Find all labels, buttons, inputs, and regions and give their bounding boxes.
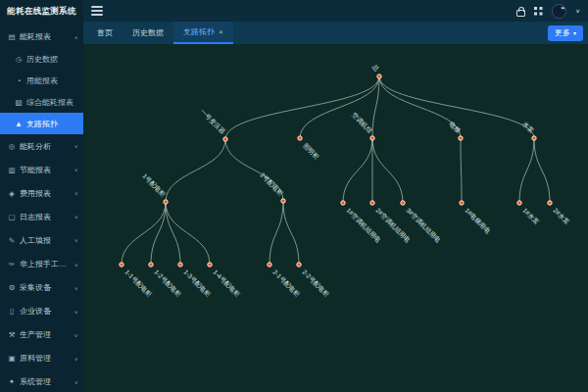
sidebar-item-9[interactable]: ✎人工填报∨ — [0, 228, 83, 252]
tree-edge-n5-n5b — [534, 138, 550, 203]
sidebar-item-2[interactable]: ◔用能报表 — [0, 70, 83, 91]
tree-edge-n1a-l3 — [166, 202, 180, 265]
sidebar-item-6[interactable]: ▥节能报表∨ — [0, 158, 83, 181]
analysis-icon: ◎ — [7, 142, 17, 151]
tree-node-l6[interactable] — [297, 263, 301, 267]
log-report-icon: ▢ — [7, 213, 17, 221]
tree-node-n5a[interactable] — [517, 201, 521, 205]
more-caret-icon: ▾ — [573, 30, 576, 36]
tree-node-label-n5: 水泵 — [521, 121, 535, 134]
tab-0[interactable]: 首页 — [87, 22, 122, 44]
tree-node-label-l4: 1-4号配电柜 — [212, 269, 242, 299]
sidebar-item-label: 费用报表 — [20, 188, 73, 199]
tab-1[interactable]: 历史数据 — [122, 22, 173, 44]
chevron-up-icon: ∧ — [74, 33, 78, 39]
tree-node-l2[interactable] — [149, 263, 153, 267]
sidebar-item-11[interactable]: ⚙采集设备∨ — [0, 275, 83, 299]
enterprise-device-icon: ▯ — [7, 307, 17, 316]
tree-node-n3c[interactable] — [401, 201, 405, 205]
tree-node-label-n2: 照明柜 — [302, 142, 321, 162]
chevron-down-icon: ∨ — [74, 284, 78, 290]
tree-node-label-l1: 1-1号配电柜 — [123, 269, 154, 299]
sidebar-item-12[interactable]: ▯企业设备∨ — [0, 299, 83, 322]
tree-node-n5b[interactable] — [548, 201, 552, 205]
chevron-down-icon: ∨ — [74, 190, 78, 196]
offline-entry-icon: ✑ — [7, 260, 17, 269]
tab-list: 首页历史数据支路拓扑× — [87, 22, 233, 44]
tree-node-n4[interactable] — [459, 136, 463, 140]
tree-node-n3[interactable] — [370, 136, 374, 140]
tree-node-l5[interactable] — [268, 263, 271, 267]
tree-node-n4a[interactable] — [460, 201, 464, 205]
tree-edge-n1b-l6 — [283, 201, 299, 265]
report-icon: ▤ — [7, 32, 17, 41]
tab-bar: 首页历史数据支路拓扑× 更多 ▾ — [83, 22, 588, 44]
lock-icon[interactable] — [516, 10, 525, 17]
sidebar-item-14[interactable]: ▣原料管理∨ — [0, 346, 83, 369]
chevron-down-icon[interactable]: ∨ — [575, 8, 580, 14]
sidebar-nav: ▤能耗报表∧◷历史数据◔用能报表▧综合能耗报表▲支路拓扑◎能耗分析∨▥节能报表∨… — [0, 22, 83, 392]
sidebar-item-1[interactable]: ◷历史数据 — [0, 48, 83, 70]
sidebar-item-7[interactable]: ◈费用报表∨ — [0, 181, 83, 205]
sidebar-item-0[interactable]: ▤能耗报表∧ — [0, 24, 83, 48]
tree-node-label-l5: 2-1号配电柜 — [271, 269, 302, 299]
sidebar-item-5[interactable]: ◎能耗分析∨ — [0, 134, 83, 158]
tree-node-n5[interactable] — [532, 136, 536, 140]
tree-node-n1a[interactable] — [164, 200, 168, 204]
tree-edge-n1a-l2 — [151, 202, 166, 265]
tree-node-label-n5a: 1#水泵 — [521, 207, 541, 226]
tree-edge-n4-n4a — [461, 138, 462, 203]
tree-node-n3b[interactable] — [370, 201, 374, 205]
tree-node-l4[interactable] — [208, 263, 212, 267]
history-icon: ◷ — [14, 55, 24, 64]
tree-node-label-root: 总 — [370, 62, 381, 73]
sidebar-item-8[interactable]: ▢日志报表∨ — [0, 205, 83, 228]
chevron-down-icon: ∨ — [74, 308, 78, 314]
tree-node-root[interactable] — [377, 74, 381, 78]
tree-node-label-n1: 一号变压器 — [199, 108, 227, 136]
app-title: 能耗在线监测系统 — [0, 0, 83, 22]
tree-edge-n5-n5a — [519, 138, 534, 203]
tree-edge-n3-n3c — [372, 138, 403, 203]
topology-icon: ▲ — [14, 120, 24, 128]
sidebar-item-label: 日志报表 — [20, 212, 73, 222]
more-button[interactable]: 更多 ▾ — [548, 25, 583, 41]
tree-node-n2[interactable] — [298, 136, 302, 140]
tree-node-label-n1b: 2号配电柜 — [259, 172, 285, 198]
sidebar-item-label: 生产管理 — [20, 329, 73, 340]
sidebar-item-label: 节能报表 — [20, 165, 73, 175]
sidebar-item-15[interactable]: ✦系统管理∨ — [0, 369, 83, 392]
chevron-down-icon: ∨ — [74, 237, 78, 243]
sidebar-item-label: 能耗报表 — [20, 31, 73, 42]
main-column: ∨ 首页历史数据支路拓扑× 更多 ▾ 总一号变压器照明柜空调机组电梯水泵1号配电… — [83, 0, 588, 392]
fullscreen-grid-icon[interactable] — [534, 7, 543, 16]
sidebar-item-13[interactable]: ⚒生产管理∨ — [0, 322, 83, 346]
tree-node-n3a[interactable] — [341, 201, 345, 205]
sidebar-item-4[interactable]: ▲支路拓扑 — [0, 113, 83, 134]
sidebar-item-label: 系统管理 — [20, 376, 73, 387]
sidebar-item-label: 采集设备 — [20, 282, 73, 293]
tree-edge-n1a-l4 — [166, 202, 210, 265]
chevron-down-icon: ∨ — [74, 355, 78, 361]
sidebar-item-10[interactable]: ✑非上报手工录入∨ — [0, 252, 83, 275]
app-window: 能耗在线监测系统 ▤能耗报表∧◷历史数据◔用能报表▧综合能耗报表▲支路拓扑◎能耗… — [0, 0, 588, 392]
topology-canvas: 总一号变压器照明柜空调机组电梯水泵1号配电柜2号配电柜1#空调机组用电2#空调机… — [83, 44, 588, 392]
tree-node-n1[interactable] — [223, 137, 227, 141]
topbar-right: ∨ — [516, 4, 580, 19]
sidebar-item-label: 非上报手工录入 — [20, 259, 73, 270]
tree-node-n1b[interactable] — [281, 199, 285, 203]
sidebar-item-label: 企业设备 — [20, 306, 73, 317]
tab-2[interactable]: 支路拓扑× — [173, 22, 233, 44]
tree-node-l3[interactable] — [178, 263, 182, 267]
tree-node-l1[interactable] — [120, 263, 123, 267]
energy-use-icon: ◔ — [14, 76, 24, 85]
sidebar-item-3[interactable]: ▧综合能耗报表 — [0, 91, 83, 113]
chevron-down-icon: ∨ — [74, 214, 78, 220]
tree-node-label-n1a: 1号配电柜 — [141, 172, 168, 199]
user-avatar[interactable] — [552, 4, 566, 19]
tree-edge-n3-n3a — [343, 138, 372, 203]
menu-toggle-icon[interactable] — [91, 6, 103, 16]
tab-close-icon[interactable]: × — [219, 27, 223, 36]
sidebar: 能耗在线监测系统 ▤能耗报表∧◷历史数据◔用能报表▧综合能耗报表▲支路拓扑◎能耗… — [0, 0, 83, 392]
cost-report-icon: ◈ — [7, 189, 17, 198]
